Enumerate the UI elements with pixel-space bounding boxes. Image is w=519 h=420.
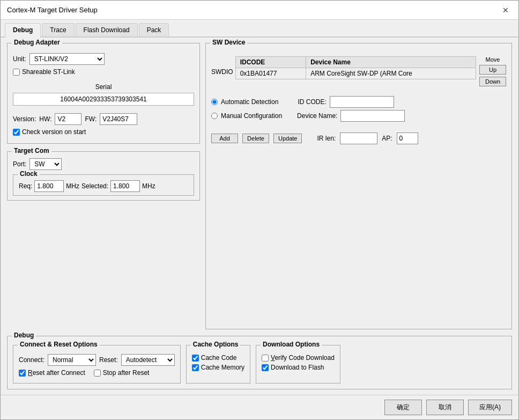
target-com-box: Target Com Port: SW JTAG Clock <box>7 151 200 201</box>
connect-select[interactable]: Normal Pre-reset Under Reset <box>48 354 96 366</box>
clock-row: Req: MHz Selected: MHz <box>19 180 188 192</box>
update-button[interactable]: Update <box>273 134 302 143</box>
debug-section-title: Debug <box>12 331 36 339</box>
selected-label: Selected: <box>81 182 108 190</box>
port-select[interactable]: SW JTAG <box>29 158 62 170</box>
ir-len-input[interactable] <box>340 132 377 144</box>
download-to-flash-checkbox[interactable] <box>262 364 269 371</box>
cache-memory-checkbox[interactable] <box>192 364 199 371</box>
ap-label: AP: <box>382 135 392 142</box>
swdio-label: SWDIO <box>211 56 233 76</box>
download-options-title: Download Options <box>261 341 322 348</box>
clock-box: Clock Req: MHz Selected: MHz <box>13 174 194 196</box>
row-device-name: ARM CoreSight SW-DP (ARM Core <box>306 68 476 79</box>
hw-input[interactable] <box>55 113 81 125</box>
device-name-input[interactable] <box>340 110 405 122</box>
debug-adapter-box: Debug Adapter Unit: ST-LINK/V2 ST-LINK/V… <box>7 43 200 144</box>
device-name-label-sw: Device Name: <box>297 112 337 120</box>
verify-code-label: Verify Code Download <box>271 354 335 362</box>
up-button[interactable]: Up <box>479 65 506 75</box>
down-button[interactable]: Down <box>479 77 506 86</box>
apply-button[interactable]: 应用(A) <box>468 400 512 415</box>
cache-code-row: Cache Code <box>192 354 244 362</box>
connect-reset-box: Connect & Reset Options Connect: Normal … <box>13 345 181 384</box>
serial-label: Serial <box>13 83 194 91</box>
id-code-label: ID CODE: <box>298 98 326 106</box>
cancel-button[interactable]: 取消 <box>426 400 464 415</box>
detection-section: Automatic Detection ID CODE: Manual Conf… <box>211 96 506 124</box>
auto-detect-row: Automatic Detection ID CODE: <box>211 96 506 108</box>
req-input[interactable] <box>34 180 64 192</box>
left-panel: Debug Adapter Unit: ST-LINK/V2 ST-LINK/V… <box>7 43 200 329</box>
tab-debug[interactable]: Debug <box>5 23 41 38</box>
download-to-flash-label: Download to Flash <box>271 364 324 371</box>
unit-select[interactable]: ST-LINK/V2 ST-LINK/V3 <box>29 53 105 65</box>
fw-label: FW: <box>85 115 97 123</box>
tab-trace[interactable]: Trace <box>42 23 74 36</box>
move-section: Move Up Down <box>479 56 506 86</box>
reset-select[interactable]: Autodetect SYSRESETREQ VECTRESET <box>121 354 175 366</box>
download-to-flash-row: Download to Flash <box>262 364 335 371</box>
ir-len-label: IR len: <box>317 135 336 142</box>
version-row: Version: HW: FW: <box>13 113 194 125</box>
connect-reset-checkboxes: Reset after Connect Stop after Reset <box>19 369 175 379</box>
cache-options-title: Cache Options <box>191 341 241 348</box>
reset-label: Reset: <box>99 356 118 364</box>
reset-after-connect-checkbox[interactable] <box>19 370 26 377</box>
add-row: Add Delete Update IR len: AP: <box>211 132 506 144</box>
download-options-box: Download Options Verify Code Download Do… <box>256 345 340 384</box>
req-unit: MHz <box>66 182 79 190</box>
shareable-row: Shareable ST-Link <box>13 68 194 76</box>
auto-detect-radio[interactable] <box>211 99 218 105</box>
shareable-label: Shareable ST-Link <box>22 68 75 76</box>
connect-label: Connect: <box>19 356 45 364</box>
target-com-title: Target Com <box>12 147 51 154</box>
manual-config-label: Manual Configuration <box>221 112 282 120</box>
debug-adapter-title: Debug Adapter <box>12 39 62 46</box>
verify-code-checkbox[interactable] <box>262 355 269 362</box>
col-idcode: IDCODE <box>235 57 306 68</box>
footer: 确定 取消 应用(A) <box>1 395 518 419</box>
version-label: Version: <box>13 115 36 123</box>
check-version-label: Check version on start <box>22 128 86 136</box>
stop-after-reset-row: Stop after Reset <box>94 369 150 377</box>
shareable-checkbox[interactable] <box>13 69 20 76</box>
cache-code-label: Cache Code <box>201 354 237 362</box>
connect-reset-title: Connect & Reset Options <box>18 341 100 348</box>
bottom-row: Connect & Reset Options Connect: Normal … <box>13 345 506 384</box>
selected-unit: MHz <box>142 182 155 190</box>
cache-options-box: Cache Options Cache Code Cache Memory <box>186 345 250 384</box>
manual-config-radio[interactable] <box>211 113 218 119</box>
close-button[interactable]: ✕ <box>499 5 512 16</box>
sw-device-title: SW Device <box>210 39 247 46</box>
verify-code-row: Verify Code Download <box>262 354 335 362</box>
main-content: Debug Adapter Unit: ST-LINK/V2 ST-LINK/V… <box>1 38 518 395</box>
ok-button[interactable]: 确定 <box>384 400 422 415</box>
id-code-input[interactable] <box>330 96 394 108</box>
port-row: Port: SW JTAG <box>13 158 194 170</box>
tab-pack[interactable]: Pack <box>139 23 169 36</box>
ap-input[interactable] <box>397 132 418 144</box>
col-device-name: Device Name <box>306 57 476 68</box>
add-button[interactable]: Add <box>211 134 238 143</box>
cache-memory-label: Cache Memory <box>201 364 244 371</box>
sw-table-row[interactable]: 0x1BA01477 ARM CoreSight SW-DP (ARM Core <box>235 68 476 79</box>
check-version-checkbox[interactable] <box>13 129 20 136</box>
serial-value: 16004A002933353739303541 <box>13 93 194 106</box>
auto-detect-label: Automatic Detection <box>221 98 278 106</box>
selected-input[interactable] <box>110 180 140 192</box>
tab-bar: Debug Trace Flash Download Pack <box>1 20 518 38</box>
tab-flash-download[interactable]: Flash Download <box>76 23 138 36</box>
row-idcode: 0x1BA01477 <box>235 68 306 79</box>
move-label: Move <box>486 56 500 63</box>
stop-after-reset-checkbox[interactable] <box>94 370 101 377</box>
req-label: Req: <box>19 182 32 190</box>
connect-reset-selects: Connect: Normal Pre-reset Under Reset Re… <box>19 354 175 366</box>
delete-button[interactable]: Delete <box>242 134 269 143</box>
fw-input[interactable] <box>100 113 137 125</box>
unit-row: Unit: ST-LINK/V2 ST-LINK/V3 <box>13 53 194 65</box>
right-panel: SW Device SWDIO ID <box>205 43 512 329</box>
cache-code-checkbox[interactable] <box>192 355 199 362</box>
check-version-row: Check version on start <box>13 128 194 136</box>
sw-table-wrap: SWDIO IDCODE Device Name <box>211 56 476 79</box>
